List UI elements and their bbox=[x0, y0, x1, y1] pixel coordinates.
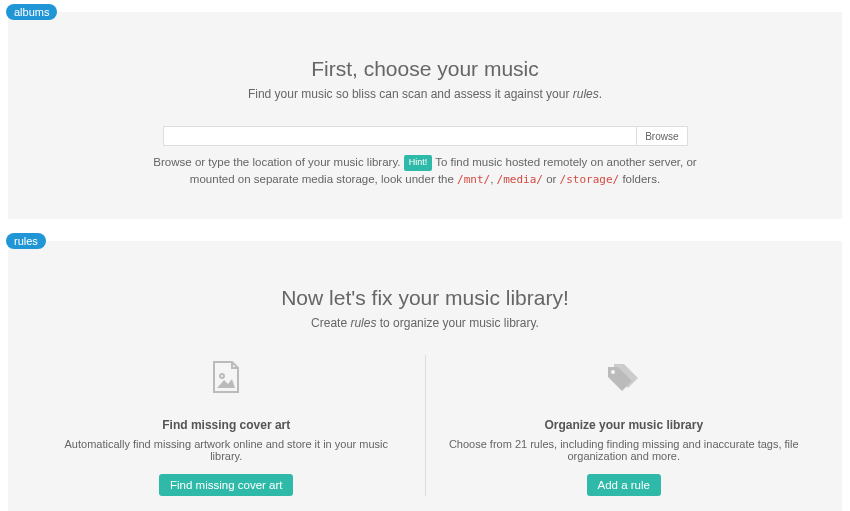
rules-panel: Now let's fix your music library! Create… bbox=[8, 241, 842, 511]
svg-point-1 bbox=[611, 370, 615, 374]
organize-desc: Choose from 21 rules, including finding … bbox=[446, 438, 803, 462]
cover-heading: Find missing cover art bbox=[48, 418, 405, 432]
add-rule-button[interactable]: Add a rule bbox=[587, 474, 661, 496]
albums-subtitle: Find your music so bliss can scan and as… bbox=[28, 87, 822, 101]
find-cover-art-button[interactable]: Find missing cover art bbox=[159, 474, 293, 496]
rules-subtitle-em: rules bbox=[350, 316, 376, 330]
tags-icon bbox=[446, 355, 803, 400]
rules-subtitle-pre: Create bbox=[311, 316, 350, 330]
rules-title: Now let's fix your music library! bbox=[28, 286, 822, 310]
albums-badge: albums bbox=[6, 4, 57, 20]
rules-columns: Find missing cover art Automatically fin… bbox=[28, 355, 822, 496]
music-path-row: Browse bbox=[163, 126, 688, 146]
albums-panel: First, choose your music Find your music… bbox=[8, 12, 842, 219]
rules-badge: rules bbox=[6, 233, 46, 249]
help-pre: Browse or type the location of your musi… bbox=[153, 156, 403, 168]
code-mnt: /mnt/ bbox=[457, 173, 490, 186]
albums-title: First, choose your music bbox=[28, 57, 822, 81]
svg-point-0 bbox=[220, 374, 224, 378]
browse-button[interactable]: Browse bbox=[637, 126, 687, 146]
image-icon bbox=[48, 355, 405, 400]
hint-pill: Hint! bbox=[404, 155, 433, 171]
code-media: /media/ bbox=[497, 173, 543, 186]
albums-subtitle-post: . bbox=[599, 87, 602, 101]
cover-art-column: Find missing cover art Automatically fin… bbox=[28, 355, 425, 496]
albums-subtitle-pre: Find your music so bliss can scan and as… bbox=[248, 87, 573, 101]
rules-subtitle: Create rules to organize your music libr… bbox=[28, 316, 822, 330]
albums-subtitle-em: rules bbox=[573, 87, 599, 101]
organize-column: Organize your music library Choose from … bbox=[425, 355, 823, 496]
organize-heading: Organize your music library bbox=[446, 418, 803, 432]
music-path-input[interactable] bbox=[163, 126, 638, 146]
help-post: folders. bbox=[619, 173, 660, 185]
cover-desc: Automatically find missing artwork onlin… bbox=[48, 438, 405, 462]
rules-subtitle-post: to organize your music library. bbox=[376, 316, 539, 330]
code-storage: /storage/ bbox=[560, 173, 620, 186]
sep2: or bbox=[543, 173, 560, 185]
albums-help-text: Browse or type the location of your musi… bbox=[145, 154, 705, 189]
